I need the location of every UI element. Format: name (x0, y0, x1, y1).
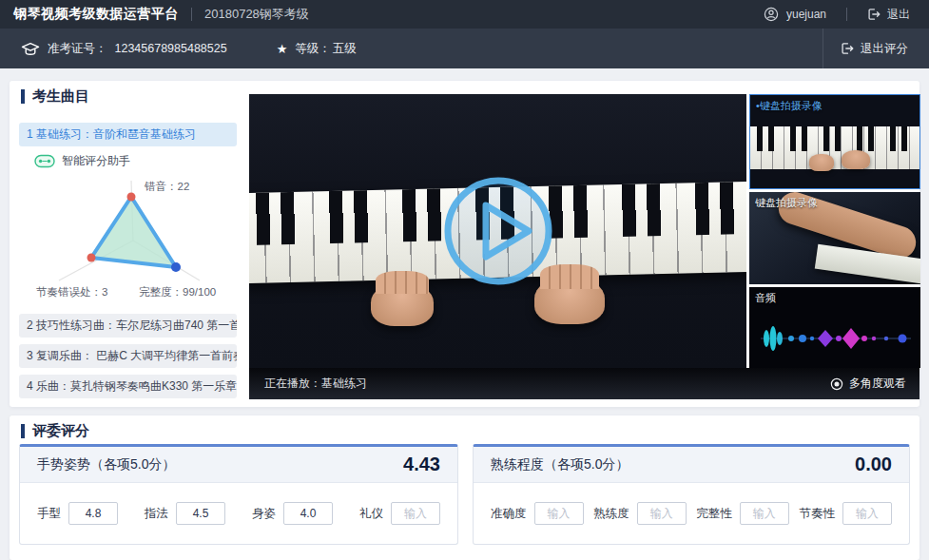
eye-icon (830, 377, 843, 391)
field-hand-shape: 手型 (37, 502, 118, 525)
star-icon: ★ (277, 43, 288, 55)
level-group: ★ 等级： 五级 (277, 41, 357, 57)
playlist-item-3[interactable]: 3 复调乐曲： 巴赫C 大调平均律第一首前奏曲 (19, 344, 237, 368)
session-title: 20180728钢琴考级 (204, 6, 309, 23)
multi-angle-button[interactable]: 多角度观看 (830, 376, 906, 392)
field-completeness: 完整性 (696, 502, 789, 525)
posture-input[interactable] (283, 502, 333, 525)
scoring-header: 评委评分 (21, 422, 89, 440)
logout-button[interactable]: 退出 (867, 7, 910, 23)
thumb1-label: •键盘拍摄录像 (756, 99, 823, 113)
etiquette-input[interactable] (391, 502, 440, 525)
audio-waveform (753, 314, 917, 363)
proficiency-card: 熟练程度（各项5.0分） 0.00 准确度 熟练度 完整性 节奏性 (473, 444, 910, 545)
radar-label-completeness: 完整度：99/100 (139, 286, 216, 298)
playlist-item-4[interactable]: 4 乐曲：莫扎特钢琴奏鸣曲K330 第一乐章 (19, 375, 237, 398)
proficiency-input[interactable] (637, 502, 687, 525)
section-bar (21, 89, 25, 104)
smart-score-assistant[interactable]: 智能评分助手 (34, 153, 130, 169)
ticket-label: 准考证号： (48, 41, 107, 57)
divider (846, 8, 847, 21)
logout-icon (867, 8, 881, 21)
video-status-bar: 正在播放：基础练习 多角度观看 (249, 368, 919, 399)
playlist-item-1[interactable]: 1 基础练习：音阶和琶音基础练习 (19, 123, 237, 146)
main-video-player[interactable] (249, 94, 746, 368)
multi-angle-label: 多角度观看 (849, 376, 906, 392)
playlist-header: 考生曲目 (21, 87, 89, 106)
radar-chart: 错音：22 节奏错误处：3 完整度：99/100 (25, 174, 234, 302)
hand-shape-input[interactable] (68, 502, 118, 525)
exam-info-bar: 准考证号： 12345678985488525 ★ 等级： 五级 退出评分 (0, 29, 929, 68)
audio-label: 音频 (755, 291, 776, 305)
ticket-group: 准考证号： 12345678985488525 (21, 41, 227, 57)
field-fingering: 指法 (145, 502, 225, 525)
gesture-posture-card: 手势姿势（各项5.0分） 4.43 手型 指法 身姿 礼仪 (19, 444, 458, 545)
scoring-title: 评委评分 (32, 422, 89, 440)
play-button[interactable] (440, 173, 556, 289)
assistant-label: 智能评分助手 (62, 153, 130, 169)
username[interactable]: yuejuan (786, 8, 826, 21)
logout-icon (841, 42, 854, 55)
mini-keyboard (750, 126, 919, 169)
field-rhythm: 节奏性 (799, 502, 892, 525)
exit-scoring-button[interactable]: 退出评分 (823, 29, 908, 68)
card2-title: 熟练程度（各项5.0分） (491, 456, 629, 473)
now-playing-text: 正在播放：基础练习 (264, 376, 367, 392)
thumb2-label: 键盘拍摄录像 (755, 196, 818, 210)
section-bar (21, 424, 25, 438)
radar-point-wrong-notes (127, 193, 136, 202)
left-hand (371, 282, 434, 326)
logout-label: 退出 (887, 7, 910, 23)
completeness-input[interactable] (740, 502, 789, 525)
level-label: 等级： (295, 41, 331, 57)
level-value: 五级 (333, 41, 357, 57)
field-etiquette: 礼仪 (359, 502, 440, 525)
radar-label-wrong-notes: 错音：22 (144, 181, 189, 192)
ticket-number: 12345678985488525 (115, 42, 227, 55)
field-posture: 身姿 (252, 502, 333, 525)
card2-total-score: 0.00 (855, 454, 892, 475)
field-proficiency: 熟练度 (593, 502, 687, 525)
camera-view-keyboard-2[interactable]: 键盘拍摄录像 (749, 192, 920, 284)
fingering-input[interactable] (176, 502, 225, 525)
divider (191, 8, 192, 21)
mini-hand (842, 150, 870, 169)
playlist-title: 考生曲目 (32, 87, 89, 106)
app-title: 钢琴视频考级数据运营平台 (13, 6, 179, 23)
graduation-cap-icon (21, 41, 40, 57)
assistant-icon (34, 154, 55, 168)
exit-scoring-label: 退出评分 (861, 41, 908, 57)
field-accuracy: 准确度 (491, 502, 584, 525)
playlist-item-2[interactable]: 2 技巧性练习曲：车尔尼练习曲740 第一首 (19, 314, 237, 338)
card1-title: 手势姿势（各项5.0分） (37, 456, 175, 473)
camera-view-keyboard-1[interactable]: •键盘拍摄录像 (749, 94, 920, 189)
radar-point-completeness (171, 262, 181, 272)
rhythm-input[interactable] (842, 502, 892, 525)
radar-label-rhythm-errors: 节奏错误处：3 (36, 286, 107, 298)
audio-track-view[interactable]: 音频 (749, 287, 920, 368)
accuracy-input[interactable] (534, 502, 584, 525)
user-icon (764, 7, 779, 22)
top-navbar: 钢琴视频考级数据运营平台 20180728钢琴考级 yuejuan 退出 (0, 0, 929, 29)
card1-total-score: 4.43 (403, 454, 440, 475)
radar-point-rhythm-errors (87, 254, 96, 262)
mini-hand (809, 154, 834, 171)
